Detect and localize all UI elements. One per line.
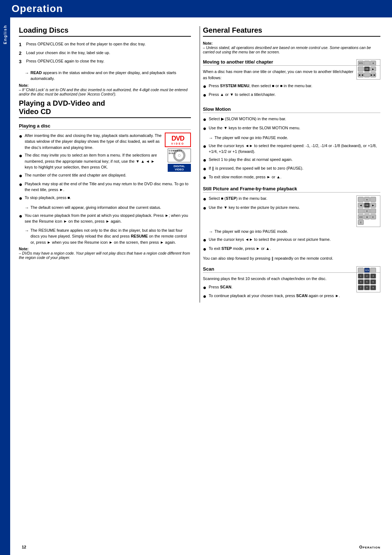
bullet-icon: ● <box>19 195 23 202</box>
remote-btn: SCN <box>364 268 370 273</box>
remote-scan-row1: SCN <box>358 268 379 273</box>
arrow-pause-slow: → The player will now go into PAUSE mode… <box>209 135 380 141</box>
dvd-note: Note: – DVDs may have a region code. You… <box>19 247 191 260</box>
list-item: ● Press SCAN. <box>203 284 354 291</box>
general-features-section: General Features Note: – Unless stated, … <box>203 26 380 54</box>
remote-mid-row: ◄ OK ► <box>358 203 379 208</box>
sidebar-label: English <box>3 25 7 44</box>
bullet-text: The disc may invite you to select an ite… <box>25 152 162 170</box>
list-item: ● After inserting the disc and closing t… <box>19 133 162 151</box>
bullet-icon: ● <box>203 165 207 172</box>
list-item: ● Select ▶ (SLOW MOTION) in the menu bar… <box>203 116 380 123</box>
bullet-text: Select ▶ (SLOW MOTION) in the menu bar. <box>209 116 286 122</box>
bullet-text: Playback may stop at the end of the Titl… <box>25 181 191 193</box>
remote-btn: 8 <box>364 285 370 290</box>
list-item: ● Select 1 to play the disc at normal sp… <box>203 157 380 163</box>
list-item: 2 Load your chosen disc in the tray, lab… <box>19 50 191 57</box>
bullet-text: To exit slow motion mode, press ► or ▲. <box>209 174 281 180</box>
still-picture-bullets: ● Select ■ (STEP) in the menu bar. ● Use… <box>203 195 380 211</box>
bullet-icon: ● <box>203 125 207 132</box>
remote-btn: 9 <box>370 285 376 290</box>
remote-btn: 2 <box>364 274 370 279</box>
scan-intro: Scanning plays the first 10 seconds of e… <box>203 276 380 282</box>
remote-top-row: SYS ⚙ <box>358 61 379 66</box>
remote-btn <box>370 208 376 214</box>
bullet-icon: ● <box>203 204 207 211</box>
bullet-icon: ● <box>203 293 207 300</box>
remote-btn <box>364 72 370 77</box>
remote-btn: ■ <box>364 214 370 219</box>
slow-motion-section: Slow Motion ● Select ▶ (SLOW MOTION) in … <box>203 106 380 181</box>
moving-title-content: SYS ⚙ OK ► ◄◄ <box>203 59 380 101</box>
top-bar: Operation <box>0 0 392 17</box>
bullet-icon: ● <box>203 195 207 202</box>
bullet-icon: ● <box>203 284 207 291</box>
list-item: ● Press ▲ or ▼ to select a title/chapter… <box>203 92 380 98</box>
playing-disc-subheading: Playing a disc <box>19 123 191 130</box>
general-features-heading: General Features <box>203 26 380 37</box>
list-item: ● To exit slow motion mode, press ► or ▲… <box>203 174 380 181</box>
loading-discs-heading: Loading Discs <box>19 26 191 37</box>
moving-title-intro: When a disc has more than one title or c… <box>203 69 380 81</box>
bullet-text: If ‖ is pressed, the speed will be set t… <box>209 165 303 171</box>
list-item: ● To continue playback at your chosen tr… <box>203 293 354 300</box>
remote-mid-row: OK ► <box>358 66 379 72</box>
remote-graphic-scan: SCN 1 2 3 4 5 6 <box>356 266 380 292</box>
loading-discs-section: Loading Discs 1 Press OPEN/CLOSE on the … <box>19 26 191 96</box>
bullet-text: Use the cursor keys ◄► to select the pre… <box>209 236 331 243</box>
list-item: 1 Press OPEN/CLOSE on the front of the p… <box>19 41 191 48</box>
remote-btn: 6 <box>370 279 376 284</box>
step-number: 2 <box>19 50 24 57</box>
bullet-icon: ● <box>203 116 207 123</box>
arrow-resume: → The RESUME feature applies not only to… <box>25 227 191 246</box>
remote-btn: ◄◄ <box>358 214 364 219</box>
arrow-read-text: READ appears in the status window and on… <box>30 70 191 82</box>
footer-page-number: 12 <box>22 545 26 549</box>
right-column: General Features Note: – Unless stated, … <box>200 26 380 303</box>
list-item: ● Playback may stop at the end of the Ti… <box>19 181 191 193</box>
slow-motion-subheading: Slow Motion <box>203 106 380 113</box>
scan-content: SCN 1 2 3 4 5 6 <box>203 266 380 303</box>
list-item: ● Use the ▼ key to enter the picture by … <box>203 204 354 211</box>
footer: 12 Operation <box>10 545 392 549</box>
bullet-text: After inserting the disc and closing the… <box>25 133 162 151</box>
moving-title-section: SYS ⚙ OK ► ◄◄ <box>203 59 380 101</box>
bullet-text: Press SYSTEM MENU, then select ■ or ■ in… <box>209 83 312 89</box>
arrow-default-screen: → The default screen will appear, giving… <box>25 204 191 211</box>
remote-btn: 4 <box>358 279 364 284</box>
sidebar: English <box>0 17 10 555</box>
step-text: Press OPEN/CLOSE again to close the tray… <box>26 58 105 65</box>
list-item: ● The number of the current title and ch… <box>19 172 162 179</box>
page: Operation English Loading Discs 1 Press … <box>0 0 392 555</box>
disc-logos: DVD VIDEO COMPACTDISC DIGITAL V <box>165 133 191 172</box>
bullet-icon: ● <box>203 236 207 243</box>
arrow-read: → READ appears in the status window and … <box>25 70 191 82</box>
scan-section: SCN 1 2 3 4 5 6 <box>203 266 380 303</box>
page-title: Operation <box>12 3 63 15</box>
loading-note-text: – If 'Child Lock' is set to ON and the d… <box>19 88 188 96</box>
left-column: Loading Discs 1 Press OPEN/CLOSE on the … <box>19 26 200 303</box>
remote-btn <box>370 268 376 273</box>
bullet-text: Press ▲ or ▼ to select a title/chapter. <box>209 92 275 98</box>
bullet-icon: ● <box>203 143 207 150</box>
general-note: Note: – Unless stated, all operations de… <box>203 41 380 54</box>
dvd-note-text: – DVDs may have a region code. Your play… <box>19 251 190 260</box>
list-item: ● Use the cursor keys ◄► to select the r… <box>203 143 380 155</box>
bullet-icon: ● <box>19 133 23 139</box>
bullet-text: Select 1 to play the disc at normal spee… <box>209 157 293 163</box>
still-picture-content: ▲ ◄ OK ► ▼ <box>203 195 380 228</box>
bullet-text: Select ■ (STEP) in the menu bar. <box>209 195 267 202</box>
main-content: Loading Discs 1 Press OPEN/CLOSE on the … <box>10 17 392 311</box>
slow-motion-bullets: ● Select ▶ (SLOW MOTION) in the menu bar… <box>203 116 380 131</box>
bullet-icon: ● <box>203 174 207 181</box>
bullet-text: To continue playback at your chosen trac… <box>209 293 340 299</box>
remote-graphic-moving: SYS ⚙ OK ► ◄◄ <box>356 59 380 80</box>
scan-bullets: ● Press SCAN. ● To continue playback at … <box>203 284 380 300</box>
remote-btn-ok: OK <box>364 203 370 208</box>
remote-btn: ▲ <box>364 197 370 202</box>
bullet-text: Use the ▼ keys to enter the SLOW MOTION … <box>209 125 300 131</box>
remote-graphic-still: ▲ ◄ OK ► ▼ <box>356 195 380 227</box>
bullet-text: You can resume playback from the point a… <box>25 212 191 224</box>
list-item: 3 Press OPEN/CLOSE again to close the tr… <box>19 58 191 65</box>
remote-scan-row4: 7 8 9 <box>358 285 379 290</box>
